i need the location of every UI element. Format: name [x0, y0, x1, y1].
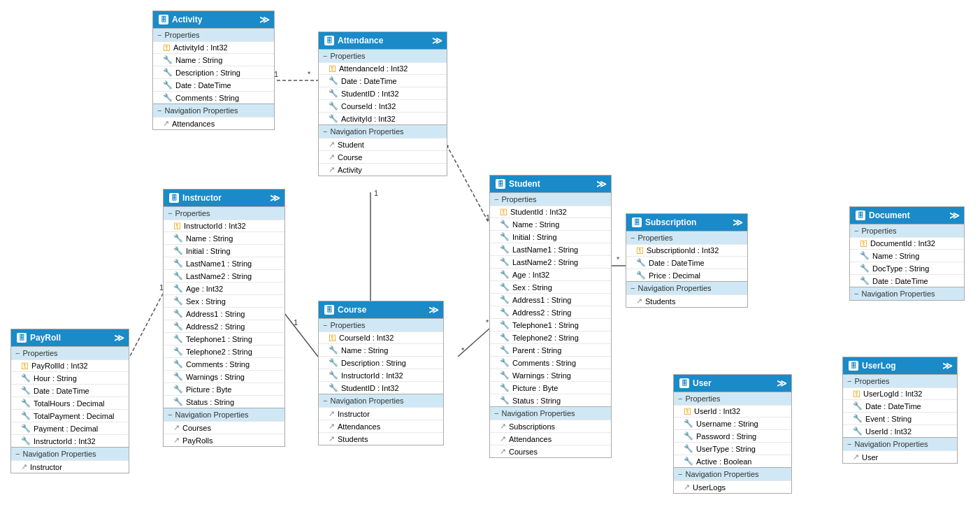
entity-activity: 🗄 Activity ≫ − Properties ⚿ ActivityId :… — [152, 10, 275, 130]
instructor-nav-0: ↗ Courses — [164, 421, 284, 434]
student-nav-1: ↗ Attendances — [490, 432, 611, 445]
attendance-entity-icon: 🗄 — [324, 36, 334, 45]
svg-text:*: * — [617, 255, 620, 264]
svg-text:1: 1 — [374, 189, 378, 197]
subscription-nav-header: − Navigation Properties — [626, 281, 747, 294]
attendance-nav-header: − Navigation Properties — [319, 124, 447, 138]
attendance-nav-1: ↗ Course — [319, 150, 447, 163]
instructor-prop-4: 🔧 LastName2 : String — [164, 269, 284, 282]
userlog-expand-icon[interactable]: ≫ — [942, 360, 953, 371]
student-prop-9: 🔧 Telephone1 : String — [490, 318, 611, 331]
entity-document-header[interactable]: 🗄 Document ≫ — [850, 207, 964, 224]
entity-payroll: 🗄 PayRoll ≫ − Properties ⚿ PayRollId : I… — [10, 329, 129, 473]
svg-text:*: * — [308, 70, 311, 78]
user-nav-0: ↗ UserLogs — [674, 480, 791, 493]
student-prop-3: 🔧 LastName1 : String — [490, 243, 611, 255]
entity-attendance: 🗄 Attendance ≫ − Properties ⚿ Attendance… — [318, 31, 447, 176]
user-expand-icon[interactable]: ≫ — [777, 378, 787, 389]
payroll-nav-header: − Navigation Properties — [11, 447, 129, 460]
entity-student-header[interactable]: 🗄 Student ≫ — [490, 176, 611, 192]
student-nav-header: − Navigation Properties — [490, 406, 611, 420]
student-expand-icon[interactable]: ≫ — [596, 178, 607, 190]
user-prop-4: 🔧 Active : Boolean — [674, 455, 791, 467]
instructor-expand-icon[interactable]: ≫ — [270, 192, 280, 203]
instructor-prop-2: 🔧 Initial : String — [164, 244, 284, 257]
instructor-nav-1: ↗ PayRolls — [164, 434, 284, 446]
course-nav-2: ↗ Students — [319, 432, 443, 445]
userlog-prop-3: 🔧 UserId : Int32 — [843, 424, 957, 437]
entity-subscription-header[interactable]: 🗄 Subscription ≫ — [626, 214, 747, 231]
entity-attendance-header[interactable]: 🗄 Attendance ≫ — [319, 32, 447, 49]
payroll-entity-icon: 🗄 — [17, 333, 27, 343]
activity-expand-icon[interactable]: ≫ — [259, 14, 270, 25]
document-expand-icon[interactable]: ≫ — [949, 210, 960, 221]
entity-userlog-header[interactable]: 🗄 UserLog ≫ — [843, 357, 957, 374]
userlog-properties-header: − Properties — [843, 374, 957, 387]
student-prop-7: 🔧 Address1 : String — [490, 293, 611, 306]
instructor-properties-header: − Properties — [164, 206, 284, 220]
subscription-entity-icon: 🗄 — [632, 217, 642, 227]
attendance-nav-0: ↗ Student — [319, 138, 447, 150]
subscription-expand-icon[interactable]: ≫ — [733, 217, 743, 228]
payroll-expand-icon[interactable]: ≫ — [114, 332, 124, 343]
attendance-prop-1: 🔧 Date : DateTime — [319, 74, 447, 87]
course-expand-icon[interactable]: ≫ — [428, 304, 439, 315]
student-nav-2: ↗ Courses — [490, 445, 611, 457]
user-title: User — [693, 378, 712, 388]
activity-prop-0: ⚿ ActivityId : Int32 — [153, 41, 274, 53]
student-prop-14: 🔧 Picture : Byte — [490, 381, 611, 394]
student-prop-8: 🔧 Address2 : String — [490, 306, 611, 318]
userlog-prop-1: 🔧 Date : DateTime — [843, 399, 957, 412]
student-prop-1: 🔧 Name : String — [490, 217, 611, 230]
payroll-prop-5: 🔧 Payment : Decimal — [11, 422, 129, 434]
activity-nav-header: − Navigation Properties — [153, 103, 274, 117]
entity-activity-header[interactable]: 🗄 Activity ≫ — [153, 11, 274, 28]
instructor-prop-1: 🔧 Name : String — [164, 231, 284, 244]
entity-payroll-header[interactable]: 🗄 PayRoll ≫ — [11, 329, 129, 346]
user-prop-1: 🔧 Username : String — [674, 417, 791, 429]
instructor-prop-12: 🔧 Warnings : String — [164, 370, 284, 383]
instructor-prop-9: 🔧 Telephone1 : String — [164, 332, 284, 345]
activity-nav-0: ↗ Attendances — [153, 117, 274, 129]
entity-document: 🗄 Document ≫ − Properties ⚿ DocumentId :… — [849, 206, 965, 301]
attendance-title: Attendance — [338, 36, 383, 45]
entity-userlog: 🗄 UserLog ≫ − Properties ⚿ UserLogId : I… — [842, 357, 958, 464]
student-prop-15: 🔧 Status : String — [490, 394, 611, 406]
svg-text:1: 1 — [294, 318, 298, 327]
document-prop-0: ⚿ DocumentId : Int32 — [850, 237, 964, 249]
activity-properties-header: − Properties — [153, 28, 274, 41]
attendance-prop-0: ⚿ AttendanceId : Int32 — [319, 62, 447, 74]
student-nav-0: ↗ Subscriptions — [490, 420, 611, 432]
svg-line-12 — [458, 329, 489, 357]
user-entity-icon: 🗄 — [679, 378, 689, 388]
student-prop-2: 🔧 Initial : String — [490, 230, 611, 243]
document-prop-3: 🔧 Date : DateTime — [850, 274, 964, 287]
payroll-prop-2: 🔧 Date : DateTime — [11, 384, 129, 397]
document-entity-icon: 🗄 — [856, 210, 865, 220]
student-prop-4: 🔧 LastName2 : String — [490, 255, 611, 268]
instructor-prop-0: ⚿ InstructorId : Int32 — [164, 220, 284, 231]
document-title: Document — [869, 210, 910, 220]
course-prop-3: 🔧 InstructorId : Int32 — [319, 369, 443, 381]
student-prop-11: 🔧 Parent : String — [490, 343, 611, 356]
instructor-prop-11: 🔧 Comments : String — [164, 357, 284, 370]
payroll-nav-0: ↗ Instructor — [11, 460, 129, 473]
course-nav-0: ↗ Instructor — [319, 407, 443, 420]
userlog-prop-0: ⚿ UserLogId : Int32 — [843, 387, 957, 399]
attendance-expand-icon[interactable]: ≫ — [432, 35, 442, 46]
attendance-prop-3: 🔧 CourseId : Int32 — [319, 99, 447, 112]
entity-user-header[interactable]: 🗄 User ≫ — [674, 375, 791, 392]
payroll-prop-0: ⚿ PayRollId : Int32 — [11, 359, 129, 371]
activity-prop-2: 🔧 Description : String — [153, 66, 274, 78]
diagram-canvas: 1 * * 1 1 * * 1 * * * 1 1 * 🗄 Activity — [0, 0, 980, 507]
student-prop-5: 🔧 Age : Int32 — [490, 268, 611, 280]
student-prop-12: 🔧 Comments : String — [490, 356, 611, 369]
userlog-nav-header: − Navigation Properties — [843, 437, 957, 450]
instructor-prop-3: 🔧 LastName1 : String — [164, 257, 284, 269]
course-nav-header: − Navigation Properties — [319, 394, 443, 407]
subscription-prop-1: 🔧 Date : DateTime — [626, 256, 747, 269]
payroll-properties-header: − Properties — [11, 346, 129, 359]
entity-instructor: 🗄 Instructor ≫ − Properties ⚿ Instructor… — [163, 189, 285, 447]
entity-course-header[interactable]: 🗄 Course ≫ — [319, 301, 443, 318]
entity-instructor-header[interactable]: 🗄 Instructor ≫ — [164, 190, 284, 206]
